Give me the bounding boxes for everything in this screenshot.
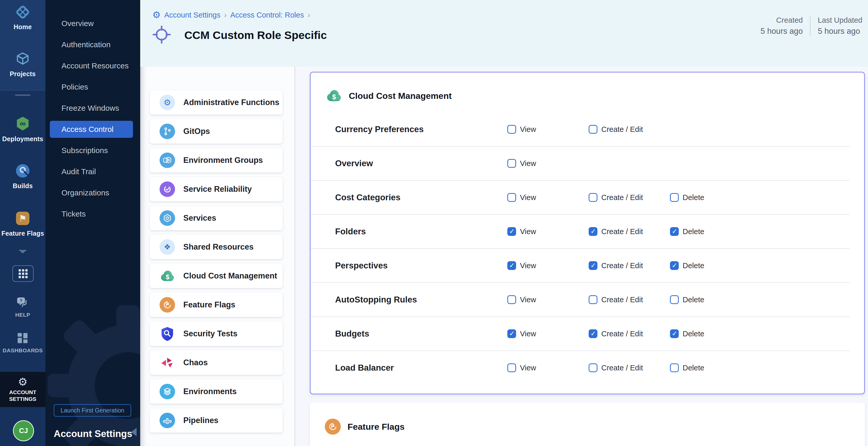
cloud-cost-management-panel: $ Cloud Cost Management Currency Prefere… [310,72,865,394]
checkbox-create-edit[interactable] [589,295,597,304]
resource-group-feature-flags[interactable]: Feature Flags [150,293,283,317]
rail-expand-modules[interactable] [0,250,45,253]
checkbox-create-edit[interactable] [589,193,597,202]
checkbox-label: Delete [683,193,704,202]
resource-group-label: Chaos [183,358,208,367]
rail-module-home[interactable]: Home [0,5,45,31]
permission-row-folders: FoldersViewCreate / EditDelete [311,215,850,249]
permission-label: Currency Preferences [335,124,507,134]
checkbox-delete[interactable] [670,261,679,270]
permission-label: Overview [335,158,507,168]
sidebar-item-freeze-windows[interactable]: Freeze Windows [50,100,133,117]
breadcrumb-separator: › [308,10,310,19]
checkbox-create-edit[interactable] [589,329,597,338]
permission-create-edit-option: Create / Edit [589,125,670,134]
resource-group-label: GitOps [183,127,210,136]
created-value: 5 hours ago [761,27,803,36]
page-header: ⚙ Account Settings › Access Control: Rol… [140,0,868,67]
resource-group-administrative-functions[interactable]: ⚙Administrative Functions [150,90,283,115]
checkbox-delete[interactable] [670,193,679,202]
permission-create-edit-option: Create / Edit [589,295,670,304]
checkbox-view[interactable] [507,295,516,304]
last-updated-label: Last Updated [818,16,862,25]
gear-icon: ⚙ [152,10,161,20]
breadcrumb-account-settings[interactable]: Account Settings [164,11,220,19]
checkbox-create-edit[interactable] [589,125,597,134]
svg-text:$: $ [332,93,336,101]
checkbox-delete[interactable] [670,227,679,236]
permission-row-overview: OverviewView [311,147,850,181]
permission-create-edit-option: Create / Edit [589,193,670,202]
checkbox-label: Delete [683,364,704,372]
rail-module-label: Feature Flags [1,230,44,237]
resource-group-shared-resources[interactable]: ❖Shared Resources [150,235,283,259]
collapse-sidebar-icon[interactable] [131,428,136,436]
checkbox-label: Delete [683,261,704,270]
feature-flags-icon [325,419,341,435]
resource-group-environment-groups[interactable]: Environment Groups [150,148,283,172]
rail-module-deployments[interactable]: ∞ Deployments [0,116,45,143]
sidebar-item-account-resources[interactable]: Account Resources [50,57,133,74]
checkbox-label: View [520,159,536,168]
rail-module-builds[interactable]: Builds [0,163,45,190]
checkbox-view[interactable] [507,193,516,202]
resource-group-gitops[interactable]: GitOps [150,119,283,144]
checkbox-label: View [520,227,536,236]
rail-dashboards[interactable]: DASHBOARDS [0,332,45,354]
checkbox-delete[interactable] [670,295,679,304]
checkbox-view[interactable] [507,159,516,168]
sidebar-item-organizations[interactable]: Organizations [50,184,133,201]
rail-module-feature-flags[interactable]: ⚑ Feature Flags [0,211,45,237]
resource-group-label: Environments [183,387,237,396]
breadcrumb-access-control-roles[interactable]: Access Control: Roles [230,11,304,19]
resource-group-environments[interactable]: Environments [150,379,283,404]
services-icon [160,210,175,226]
permission-create-edit-option: Create / Edit [589,261,670,270]
sidebar-item-tickets[interactable]: Tickets [50,205,133,222]
resource-group-pipelines[interactable]: Pipelines [150,408,283,433]
pipelines-icon [160,413,175,428]
resource-group-label: Cloud Cost Management [183,271,277,281]
checkbox-view[interactable] [507,261,516,270]
chaos-icon [160,355,175,371]
sidebar-item-subscriptions[interactable]: Subscriptions [50,142,133,159]
checkbox-view[interactable] [507,125,516,134]
rail-account-settings[interactable]: ⚙ ACCOUNTSETTINGS [0,372,45,407]
sidebar-item-audit-trail[interactable]: Audit Trail [50,163,133,180]
launch-first-generation-button[interactable]: Launch First Generation [54,404,131,417]
sidebar-item-authentication[interactable]: Authentication [50,36,133,53]
permission-row-cost-categories: Cost CategoriesViewCreate / EditDelete [311,181,850,215]
rail-module-label: Projects [10,70,36,78]
avatar-initials: CJ [19,427,28,435]
permission-label: Budgets [335,329,507,339]
sidebar-item-overview[interactable]: Overview [50,15,133,32]
checkbox-delete[interactable] [670,363,679,372]
resource-group-service-reliability[interactable]: Service Reliability [150,177,283,201]
checkbox-view[interactable] [507,329,516,338]
checkbox-create-edit[interactable] [589,363,597,372]
avatar[interactable]: CJ [13,420,34,441]
permission-delete-option: Delete [670,193,751,202]
permission-view-option: View [507,159,589,168]
permission-view-option: View [507,295,589,304]
sidebar-item-policies[interactable]: Policies [50,78,133,95]
checkbox-delete[interactable] [670,329,679,338]
sidebar-item-access-control[interactable]: Access Control [50,121,133,138]
cloud-dollar-icon: $ [326,88,342,104]
rail-module-projects[interactable]: Projects [0,51,45,78]
permission-row-load-balancer: Load BalancerViewCreate / EditDelete [311,351,850,385]
resource-group-chaos[interactable]: Chaos [150,351,283,375]
checkbox-view[interactable] [507,363,516,372]
resource-group-services[interactable]: Services [150,206,283,230]
checkbox-create-edit[interactable] [589,227,597,236]
resource-group-cloud-cost-management[interactable]: $Cloud Cost Management [150,264,283,288]
resource-group-security-tests[interactable]: Security Tests [150,322,283,346]
permission-create-edit-option: Create / Edit [589,329,670,338]
checkbox-view[interactable] [507,227,516,236]
checkbox-label: Delete [683,295,704,304]
rail-help[interactable]: ? HELP [0,296,45,318]
checkbox-create-edit[interactable] [589,261,597,270]
shared-resources-icon: ❖ [160,239,175,255]
module-picker-button[interactable] [12,265,34,282]
permission-view-option: View [507,227,589,236]
